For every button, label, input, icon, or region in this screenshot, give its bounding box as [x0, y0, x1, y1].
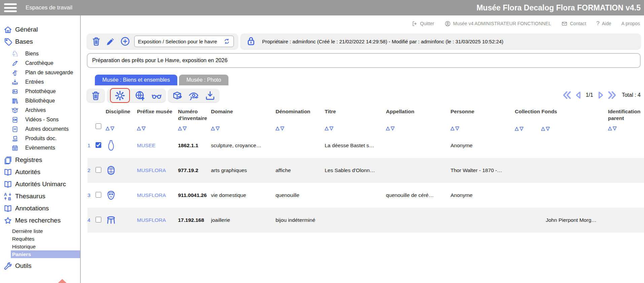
sidebar-item-mes-recherches[interactable]: Mes recherches	[0, 214, 80, 227]
lock-icon[interactable]	[245, 35, 257, 47]
triangle-right-icon[interactable]	[596, 90, 606, 100]
sort-control[interactable]: △▽	[386, 125, 394, 131]
sidebar-item-archives[interactable]: Archives	[0, 106, 80, 115]
sidebar-item-carotheque[interactable]: Carothèque	[0, 58, 80, 68]
prefixe-musee-link[interactable]: MUSFLORA	[137, 167, 178, 173]
sidebar-item-autorites[interactable]: Autorités	[0, 166, 80, 178]
basket-description-field[interactable]: Préparation des prêts pour Le Havre, exp…	[87, 53, 641, 68]
add-icon[interactable]	[120, 36, 131, 47]
triangle-left-icon[interactable]	[573, 90, 583, 100]
sidebar-item-evenements[interactable]: Evènements	[0, 143, 80, 153]
row-checkbox[interactable]	[96, 167, 101, 173]
sidebar-item-general[interactable]: Général	[0, 24, 80, 36]
sidebar-item-historique[interactable]: Historique	[11, 243, 80, 250]
sort-control[interactable]: △▽	[608, 125, 616, 131]
sort-control[interactable]: △▽	[106, 125, 114, 131]
sidebar-item-bibliotheque[interactable]: Bibliothèque	[0, 96, 80, 106]
about-link[interactable]: A propos	[621, 21, 640, 26]
double-chevron-right-icon[interactable]	[607, 90, 617, 100]
sidebar-item-biens[interactable]: ♘Biens	[0, 49, 80, 58]
sort-control[interactable]: △▽	[178, 125, 186, 131]
photo-icon	[11, 88, 19, 95]
row-checkbox[interactable]	[96, 192, 101, 198]
column-header-prefixe: Préfixe musée	[137, 108, 178, 115]
basket-selector[interactable]: Exposition / Selection pour le havre	[134, 36, 234, 47]
row-number-link[interactable]: 3	[87, 192, 96, 198]
quit-link[interactable]: Quitter	[412, 21, 434, 27]
sort-control[interactable]: △▽	[451, 125, 459, 131]
sidebar-item-plan-de-sauvegarde[interactable]: Plan de sauvegarde	[0, 68, 80, 77]
delete-icon[interactable]	[91, 36, 102, 47]
table-header: Discipline △▽ Préfixe musée △▽ Numéro d'…	[87, 107, 644, 133]
prefixe-musee-link[interactable]: MUSFLORA	[137, 192, 178, 198]
sidebar-item-registres[interactable]: Registres	[0, 154, 80, 166]
download-icon[interactable]	[205, 90, 216, 101]
svg-text:B: B	[8, 196, 11, 201]
tag-icon	[3, 37, 12, 46]
tab-biens-et-ensembles[interactable]: Musée : Biens et ensembles	[95, 75, 177, 85]
amphora-icon	[106, 139, 116, 152]
prefixe-musee-link[interactable]: MUSEE	[137, 143, 178, 149]
double-chevron-left-icon[interactable]	[562, 90, 572, 100]
menu-icon[interactable]	[4, 3, 17, 12]
sort-ascending-icon: △	[451, 125, 454, 131]
sidebar-item-paniers[interactable]: Paniers	[11, 250, 80, 258]
sidebar-item-phototheque[interactable]: Photothèque	[0, 87, 80, 96]
prefixe-musee-link[interactable]: MUSFLORA	[137, 217, 178, 223]
sort-control[interactable]: △▽	[276, 125, 284, 131]
eye-icon[interactable]	[188, 90, 199, 101]
table-row: 3MUSFLORA911.0041.26vie domestiquequenou…	[87, 183, 644, 208]
sort-descending-icon: ▽	[613, 125, 616, 131]
sort-control[interactable]: △▽	[541, 126, 549, 131]
delete-icon[interactable]	[90, 90, 101, 101]
sidebar-item-autorites-unimarc[interactable]: Autorités Unimarc	[0, 178, 80, 190]
contact-link[interactable]: Contact	[561, 21, 586, 27]
sort-descending-icon: ▽	[391, 125, 394, 131]
sidebar-item-label: Autres documents	[25, 126, 69, 132]
sort-control[interactable]: △▽	[211, 125, 219, 131]
glasses-icon[interactable]	[151, 90, 162, 101]
sort-control[interactable]: △▽	[137, 125, 145, 131]
column-header-denomination: Dénomination	[276, 108, 325, 115]
tab-photo[interactable]: Musée : Photo	[179, 75, 228, 85]
top-bar: Espaces de travail Musée Flora Decalog F…	[0, 0, 644, 15]
basket-info-group: Propriétaire : adminfonc (Créé le : 21/0…	[241, 34, 641, 49]
sort-control[interactable]: △▽	[515, 126, 523, 131]
sidebar-item-bases[interactable]: Bases	[0, 36, 80, 48]
sidebar-item-thesaurus[interactable]: ABThesaurus	[0, 190, 80, 202]
edit-icon[interactable]	[105, 36, 116, 47]
row-number-link[interactable]: 2	[87, 167, 96, 173]
sidebar-item-annotations[interactable]: Annotations	[0, 202, 80, 214]
sort-ascending-icon: △	[211, 125, 215, 131]
row-number-link[interactable]: 4	[87, 217, 96, 223]
select-all-checkbox[interactable]	[96, 123, 101, 129]
sidebar-item-autres-documents[interactable]: Autres documents	[0, 124, 80, 134]
user-menu[interactable]: Musée v4 ADMINISTRATEUR FONCTIONNEL	[444, 21, 551, 27]
column-header-personne: Personne	[451, 108, 515, 115]
sidebar-item-entrees[interactable]: Entrées	[0, 77, 80, 87]
sidebar-item-videos-sons[interactable]: Vidéos - Sons	[0, 115, 80, 124]
sidebar-item-outils[interactable]: Outils	[0, 260, 80, 272]
envelope-icon	[561, 21, 568, 27]
sidebar-item-produits-doc[interactable]: Produits doc.	[0, 134, 80, 143]
row-checkbox[interactable]	[96, 217, 101, 223]
sidebar-item-label: Requêtes	[12, 236, 34, 242]
box-export-icon[interactable]	[172, 90, 183, 101]
total-count: Total : 4	[622, 92, 641, 98]
contact-label: Contact	[570, 21, 586, 26]
cell-personne: Thor Walter - 1870 -…	[451, 167, 515, 173]
chess-knight-icon: ♘	[11, 50, 19, 57]
sort-ascending-icon: △	[541, 126, 545, 131]
sidebar-item-derniere-liste[interactable]: Dernière liste	[11, 227, 80, 235]
numero-inventaire: 1862.1.1	[178, 143, 211, 149]
help-link[interactable]: ? Aide	[596, 20, 611, 27]
refresh-icon[interactable]	[223, 38, 230, 45]
sort-control[interactable]: △▽	[325, 125, 333, 131]
sidebar-item-requetes[interactable]: Requêtes	[11, 235, 80, 243]
sort-ascending-icon: △	[106, 125, 109, 131]
globe-upload-icon[interactable]	[135, 90, 146, 101]
toolbar-group	[107, 89, 166, 102]
row-number-link[interactable]: 1	[87, 143, 96, 149]
settings-icon[interactable]	[114, 90, 126, 101]
row-checkbox[interactable]	[96, 142, 101, 148]
